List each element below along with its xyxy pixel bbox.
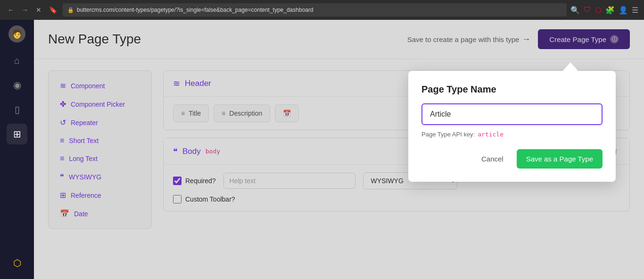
browser-chrome: ← → ✕ 🔖 🔒 buttercms.com/content-types/pa…: [0, 0, 644, 20]
forward-button[interactable]: →: [20, 4, 30, 16]
lock-icon: 🔒: [67, 7, 74, 13]
app-layout: 🧑 ⌂ ◉ ▯ ⊞ ⬡ New Page Type Save to create…: [0, 20, 644, 279]
back-button[interactable]: ←: [6, 4, 16, 16]
bookmark-button[interactable]: 🔖: [47, 4, 59, 16]
puzzle-button[interactable]: 🧩: [605, 6, 615, 15]
modal-overlay: Page Type Name Page Type API key: articl…: [34, 20, 644, 279]
avatar[interactable]: 🧑: [8, 25, 25, 42]
address-bar[interactable]: 🔒 buttercms.com/content-types/pagetype/?…: [63, 3, 567, 17]
page-container: New Page Type Save to create a page with…: [34, 20, 644, 279]
modal-arrow: [563, 62, 578, 71]
close-button[interactable]: ✕: [34, 4, 43, 16]
modal-actions: Cancel Save as a Page Type: [421, 149, 603, 169]
cancel-button[interactable]: Cancel: [474, 149, 511, 169]
menu-button[interactable]: ☰: [632, 6, 638, 15]
zoom-button[interactable]: 🔍: [570, 6, 580, 15]
address-text: buttercms.com/content-types/pagetype/?is…: [77, 7, 562, 13]
page-type-name-input[interactable]: [421, 103, 603, 125]
sidebar-item-blocks[interactable]: ⬡: [7, 253, 27, 273]
api-key-row: Page Type API key: article: [421, 131, 603, 138]
browser-actions: 🔍 🛡 ⬡ 🧩 👤 ☰: [570, 6, 638, 15]
save-as-page-type-button[interactable]: Save as a Page Type: [517, 149, 603, 169]
shield-button[interactable]: 🛡: [584, 6, 591, 14]
sidebar-item-grid[interactable]: ⊞: [7, 124, 27, 144]
sidebar-item-home[interactable]: ⌂: [7, 50, 27, 71]
sidebar-item-blog[interactable]: ◉: [7, 75, 27, 95]
modal-card: Page Type Name Page Type API key: articl…: [408, 71, 616, 182]
api-key-value: article: [478, 131, 504, 138]
profile-button[interactable]: 👤: [619, 6, 628, 15]
api-key-label: Page Type API key:: [421, 131, 475, 138]
sidebar-bottom: ⬡: [7, 253, 27, 273]
app-sidebar: 🧑 ⌂ ◉ ▯ ⊞ ⬡: [0, 20, 34, 279]
vpn-button[interactable]: ⬡: [595, 6, 602, 15]
modal-title: Page Type Name: [421, 84, 603, 95]
sidebar-item-file[interactable]: ▯: [7, 99, 27, 120]
